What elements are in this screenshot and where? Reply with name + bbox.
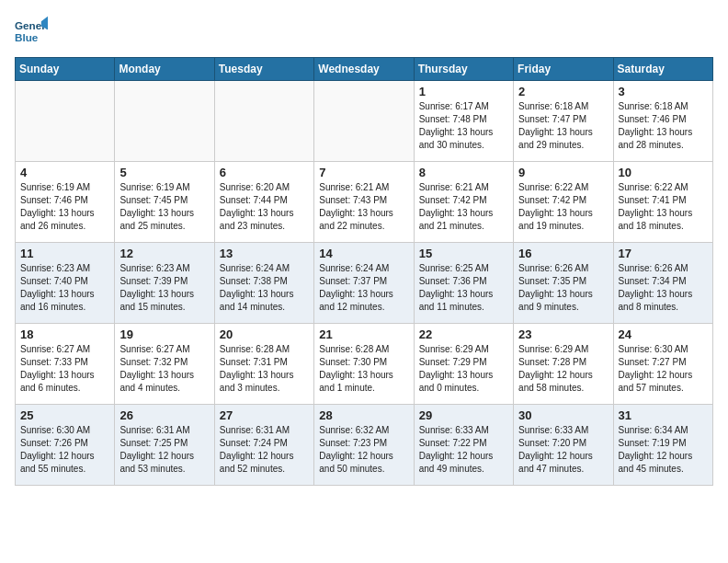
day-info: Sunrise: 6:20 AM Sunset: 7:44 PM Dayligh… <box>220 181 309 233</box>
calendar-cell: 12Sunrise: 6:23 AM Sunset: 7:39 PM Dayli… <box>115 243 214 324</box>
day-number: 26 <box>119 408 209 422</box>
day-number: 6 <box>220 166 309 179</box>
day-number: 16 <box>518 247 608 260</box>
day-number: 28 <box>319 408 408 422</box>
calendar-cell: 10Sunrise: 6:22 AM Sunset: 7:41 PM Dayli… <box>613 162 712 243</box>
calendar-cell: 31Sunrise: 6:34 AM Sunset: 7:19 PM Dayli… <box>613 405 712 486</box>
day-number: 11 <box>20 247 109 260</box>
day-number: 19 <box>119 327 209 341</box>
day-number: 20 <box>220 327 309 341</box>
calendar-cell: 29Sunrise: 6:33 AM Sunset: 7:22 PM Dayli… <box>414 405 513 486</box>
day-info: Sunrise: 6:17 AM Sunset: 7:48 PM Dayligh… <box>419 100 508 152</box>
day-number: 22 <box>419 327 508 341</box>
calendar-cell: 21Sunrise: 6:28 AM Sunset: 7:30 PM Dayli… <box>314 324 414 405</box>
day-number: 10 <box>619 166 708 179</box>
weekday-header-thursday: Thursday <box>414 58 513 81</box>
day-number: 17 <box>619 247 708 260</box>
day-info: Sunrise: 6:27 AM Sunset: 7:33 PM Dayligh… <box>20 343 109 395</box>
calendar-cell: 19Sunrise: 6:27 AM Sunset: 7:32 PM Dayli… <box>115 324 214 405</box>
day-info: Sunrise: 6:21 AM Sunset: 7:42 PM Dayligh… <box>419 181 508 233</box>
day-info: Sunrise: 6:18 AM Sunset: 7:47 PM Dayligh… <box>518 100 608 152</box>
calendar-cell: 27Sunrise: 6:31 AM Sunset: 7:24 PM Dayli… <box>214 405 313 486</box>
day-info: Sunrise: 6:34 AM Sunset: 7:19 PM Dayligh… <box>619 424 708 476</box>
calendar-cell: 5Sunrise: 6:19 AM Sunset: 7:45 PM Daylig… <box>115 162 214 243</box>
day-number: 27 <box>220 408 309 422</box>
day-info: Sunrise: 6:23 AM Sunset: 7:39 PM Dayligh… <box>119 262 209 314</box>
calendar-cell <box>214 81 313 162</box>
calendar-cell: 4Sunrise: 6:19 AM Sunset: 7:46 PM Daylig… <box>16 162 115 243</box>
day-number: 3 <box>619 85 708 98</box>
calendar-cell: 17Sunrise: 6:26 AM Sunset: 7:34 PM Dayli… <box>613 243 712 324</box>
day-info: Sunrise: 6:25 AM Sunset: 7:36 PM Dayligh… <box>419 262 508 314</box>
calendar-cell <box>314 81 414 162</box>
calendar-cell: 28Sunrise: 6:32 AM Sunset: 7:23 PM Dayli… <box>314 405 414 486</box>
calendar-cell: 8Sunrise: 6:21 AM Sunset: 7:42 PM Daylig… <box>414 162 513 243</box>
calendar-cell: 13Sunrise: 6:24 AM Sunset: 7:38 PM Dayli… <box>214 243 313 324</box>
day-info: Sunrise: 6:28 AM Sunset: 7:31 PM Dayligh… <box>220 343 309 395</box>
calendar-cell: 25Sunrise: 6:30 AM Sunset: 7:26 PM Dayli… <box>16 405 115 486</box>
day-number: 18 <box>20 327 109 341</box>
day-number: 23 <box>518 327 608 341</box>
day-number: 1 <box>419 85 508 98</box>
day-number: 15 <box>419 247 508 260</box>
day-info: Sunrise: 6:23 AM Sunset: 7:40 PM Dayligh… <box>20 262 109 314</box>
day-info: Sunrise: 6:30 AM Sunset: 7:26 PM Dayligh… <box>20 424 109 476</box>
calendar-cell: 26Sunrise: 6:31 AM Sunset: 7:25 PM Dayli… <box>115 405 214 486</box>
day-number: 14 <box>319 247 408 260</box>
day-info: Sunrise: 6:26 AM Sunset: 7:35 PM Dayligh… <box>518 262 608 314</box>
calendar-cell: 22Sunrise: 6:29 AM Sunset: 7:29 PM Dayli… <box>414 324 513 405</box>
week-row-5: 25Sunrise: 6:30 AM Sunset: 7:26 PM Dayli… <box>16 405 713 486</box>
weekday-header-saturday: Saturday <box>613 58 712 81</box>
calendar-cell: 16Sunrise: 6:26 AM Sunset: 7:35 PM Dayli… <box>514 243 613 324</box>
day-info: Sunrise: 6:18 AM Sunset: 7:46 PM Dayligh… <box>619 100 708 152</box>
header: General Blue <box>15 15 713 48</box>
day-info: Sunrise: 6:22 AM Sunset: 7:42 PM Dayligh… <box>518 181 608 233</box>
calendar-cell: 3Sunrise: 6:18 AM Sunset: 7:46 PM Daylig… <box>613 81 712 162</box>
day-info: Sunrise: 6:31 AM Sunset: 7:25 PM Dayligh… <box>119 424 209 476</box>
calendar-cell: 20Sunrise: 6:28 AM Sunset: 7:31 PM Dayli… <box>214 324 313 405</box>
day-info: Sunrise: 6:19 AM Sunset: 7:46 PM Dayligh… <box>20 181 109 233</box>
calendar-cell: 9Sunrise: 6:22 AM Sunset: 7:42 PM Daylig… <box>514 162 613 243</box>
calendar-cell: 7Sunrise: 6:21 AM Sunset: 7:43 PM Daylig… <box>314 162 414 243</box>
day-info: Sunrise: 6:21 AM Sunset: 7:43 PM Dayligh… <box>319 181 408 233</box>
calendar-cell: 30Sunrise: 6:33 AM Sunset: 7:20 PM Dayli… <box>514 405 613 486</box>
day-info: Sunrise: 6:19 AM Sunset: 7:45 PM Dayligh… <box>119 181 209 233</box>
day-number: 4 <box>20 166 109 179</box>
weekday-header-wednesday: Wednesday <box>314 58 414 81</box>
day-info: Sunrise: 6:33 AM Sunset: 7:22 PM Dayligh… <box>419 424 508 476</box>
weekday-header-tuesday: Tuesday <box>214 58 313 81</box>
calendar-cell: 11Sunrise: 6:23 AM Sunset: 7:40 PM Dayli… <box>16 243 115 324</box>
calendar-cell: 23Sunrise: 6:29 AM Sunset: 7:28 PM Dayli… <box>514 324 613 405</box>
day-number: 30 <box>518 408 608 422</box>
weekday-header-sunday: Sunday <box>16 58 115 81</box>
week-row-3: 11Sunrise: 6:23 AM Sunset: 7:40 PM Dayli… <box>16 243 713 324</box>
day-info: Sunrise: 6:27 AM Sunset: 7:32 PM Dayligh… <box>119 343 209 395</box>
calendar-cell <box>115 81 214 162</box>
day-number: 8 <box>419 166 508 179</box>
weekday-header-friday: Friday <box>514 58 613 81</box>
day-info: Sunrise: 6:22 AM Sunset: 7:41 PM Dayligh… <box>619 181 708 233</box>
calendar-cell <box>16 81 115 162</box>
day-number: 29 <box>419 408 508 422</box>
calendar-cell: 24Sunrise: 6:30 AM Sunset: 7:27 PM Dayli… <box>613 324 712 405</box>
calendar-cell: 14Sunrise: 6:24 AM Sunset: 7:37 PM Dayli… <box>314 243 414 324</box>
day-info: Sunrise: 6:29 AM Sunset: 7:28 PM Dayligh… <box>518 343 608 395</box>
day-info: Sunrise: 6:26 AM Sunset: 7:34 PM Dayligh… <box>619 262 708 314</box>
weekday-header-monday: Monday <box>115 58 214 81</box>
day-number: 2 <box>518 85 608 98</box>
day-info: Sunrise: 6:24 AM Sunset: 7:37 PM Dayligh… <box>319 262 408 314</box>
week-row-1: 1Sunrise: 6:17 AM Sunset: 7:48 PM Daylig… <box>16 81 713 162</box>
logo: General Blue <box>15 15 51 48</box>
calendar-cell: 18Sunrise: 6:27 AM Sunset: 7:33 PM Dayli… <box>16 324 115 405</box>
calendar-cell: 15Sunrise: 6:25 AM Sunset: 7:36 PM Dayli… <box>414 243 513 324</box>
svg-text:Blue: Blue <box>15 31 39 43</box>
calendar-table: SundayMondayTuesdayWednesdayThursdayFrid… <box>15 57 713 486</box>
day-info: Sunrise: 6:31 AM Sunset: 7:24 PM Dayligh… <box>220 424 309 476</box>
day-info: Sunrise: 6:24 AM Sunset: 7:38 PM Dayligh… <box>220 262 309 314</box>
day-info: Sunrise: 6:33 AM Sunset: 7:20 PM Dayligh… <box>518 424 608 476</box>
logo-icon: General Blue <box>15 15 48 48</box>
day-number: 25 <box>20 408 109 422</box>
day-info: Sunrise: 6:30 AM Sunset: 7:27 PM Dayligh… <box>619 343 708 395</box>
day-number: 7 <box>319 166 408 179</box>
day-info: Sunrise: 6:28 AM Sunset: 7:30 PM Dayligh… <box>319 343 408 395</box>
